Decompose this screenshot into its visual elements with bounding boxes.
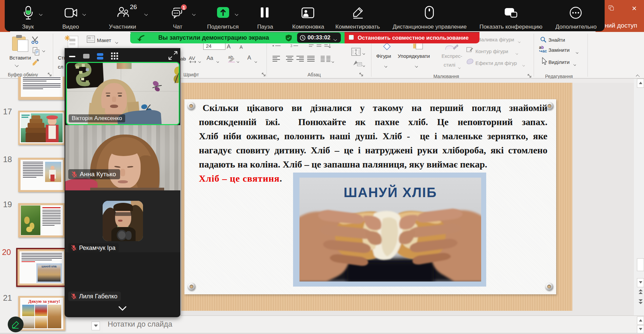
svg-text:3: 3 [290, 44, 292, 48]
svg-text:ШАНУЙ ХЛІБ: ШАНУЙ ХЛІБ [344, 185, 437, 200]
